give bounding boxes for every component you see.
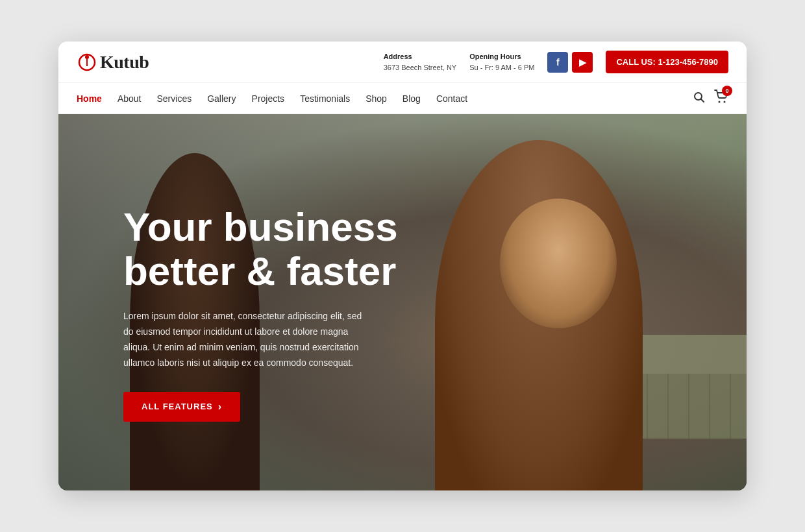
address-block: Address 3673 Beech Street, NY [384, 51, 457, 73]
svg-point-6 [724, 101, 726, 103]
nav-item-blog[interactable]: Blog [402, 93, 421, 104]
hero-face [500, 199, 617, 328]
call-button[interactable]: CALL US: 1-123-456-7890 [606, 51, 728, 73]
top-bar: Kutub Address 3673 Beech Street, NY Open… [58, 42, 747, 83]
hero-title-line1: Your business [123, 204, 398, 249]
hours-value: Su - Fr: 9 AM - 6 PM [469, 64, 534, 71]
browser-window: Kutub Address 3673 Beech Street, NY Open… [58, 42, 747, 490]
search-button[interactable] [693, 91, 705, 106]
hero-cta-button[interactable]: ALL FEATURES › [123, 391, 240, 421]
nav-item-gallery[interactable]: Gallery [207, 93, 236, 104]
nav-item-projects[interactable]: Projects [252, 93, 285, 104]
cart-button[interactable]: 0 [714, 90, 728, 107]
nav-bar: Home About Services Gallery Projects Tes… [58, 83, 747, 114]
hours-label: Opening Hours [469, 51, 534, 62]
nav-item-contact[interactable]: Contact [436, 93, 467, 104]
top-bar-right: Address 3673 Beech Street, NY Opening Ho… [384, 51, 728, 73]
nav-item-about[interactable]: About [118, 93, 142, 104]
hero-title-line2: better & faster [123, 248, 396, 293]
nav-links: Home About Services Gallery Projects Tes… [77, 93, 467, 104]
logo[interactable]: Kutub [77, 52, 149, 73]
cart-badge: 0 [722, 86, 732, 96]
youtube-button[interactable]: ▶ [572, 52, 593, 73]
logo-text: Kutub [100, 52, 149, 73]
hero-section: Your business better & faster Lorem ipsu… [58, 114, 747, 490]
svg-line-4 [701, 99, 704, 102]
social-icons: f ▶ [547, 52, 593, 73]
hero-description: Lorem ipsum dolor sit amet, consectetur … [123, 309, 370, 370]
address-value: 3673 Beech Street, NY [384, 64, 457, 71]
nav-item-home[interactable]: Home [77, 93, 102, 104]
hero-content: Your business better & faster Lorem ipsu… [123, 205, 398, 422]
svg-point-1 [85, 55, 89, 59]
nav-right: 0 [693, 90, 728, 107]
hero-cta-label: ALL FEATURES [142, 402, 213, 411]
hours-block: Opening Hours Su - Fr: 9 AM - 6 PM [469, 51, 534, 73]
nav-item-testimonials[interactable]: Testimonials [300, 93, 350, 104]
hero-title: Your business better & faster [123, 205, 398, 293]
address-label: Address [384, 51, 457, 62]
nav-item-services[interactable]: Services [157, 93, 192, 104]
logo-icon [77, 52, 97, 73]
hero-cta-arrow: › [218, 400, 222, 412]
nav-item-shop[interactable]: Shop [365, 93, 387, 104]
svg-point-5 [719, 101, 721, 103]
facebook-button[interactable]: f [547, 52, 568, 73]
